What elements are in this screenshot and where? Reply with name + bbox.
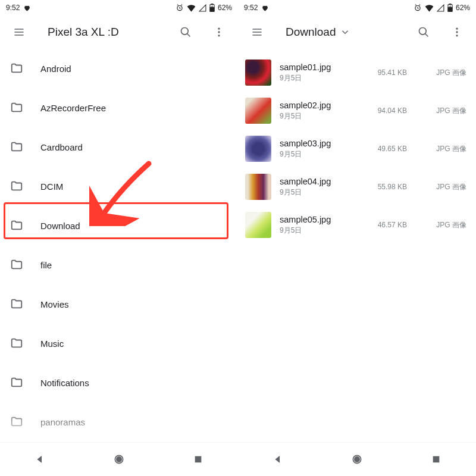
overflow-button[interactable] <box>445 20 469 44</box>
file-size: 46.57 KB <box>365 221 407 229</box>
file-name: sample05.jpg <box>280 215 357 224</box>
nav-home-button[interactable] <box>107 447 131 471</box>
search-button[interactable] <box>412 20 436 44</box>
file-info: sample04.jpg 9月5日 <box>280 177 357 198</box>
alarm-icon <box>414 4 422 12</box>
folder-row[interactable]: DCIM <box>0 167 238 206</box>
folder-label: Movies <box>40 299 69 309</box>
file-size: 55.98 KB <box>365 183 407 191</box>
search-icon <box>180 26 192 38</box>
file-size: 95.41 KB <box>365 68 407 77</box>
page-title: Pixel 3a XL :D <box>48 26 119 39</box>
file-row[interactable]: sample04.jpg 9月5日 55.98 KB JPG 画像 <box>238 168 476 206</box>
file-date: 9月5日 <box>280 73 357 83</box>
heart-icon <box>261 4 269 12</box>
status-time: 9:52 <box>6 4 20 12</box>
folder-icon <box>10 140 24 154</box>
nav-back-button[interactable] <box>266 447 290 471</box>
folder-row[interactable]: file <box>0 245 238 284</box>
folder-label: AzRecorderFree <box>40 103 106 113</box>
file-info: sample03.jpg 9月5日 <box>280 139 357 159</box>
status-time: 9:52 <box>244 4 258 12</box>
svg-rect-10 <box>195 456 202 463</box>
nav-recent-button[interactable] <box>424 447 448 471</box>
svg-point-6 <box>218 31 220 33</box>
file-row[interactable]: sample01.jpg 9月5日 95.41 KB JPG 画像 <box>238 54 476 92</box>
file-thumbnail <box>245 98 271 124</box>
folder-row[interactable]: Notifications <box>0 363 238 402</box>
file-row[interactable]: sample02.jpg 9月5日 94.04 KB JPG 画像 <box>238 92 476 130</box>
svg-point-4 <box>181 28 189 35</box>
file-thumbnail <box>245 212 271 238</box>
hamburger-icon <box>251 26 263 38</box>
svg-point-9 <box>117 457 121 462</box>
file-list[interactable]: sample01.jpg 9月5日 95.41 KB JPG 画像 sample… <box>238 49 476 244</box>
folder-label: Notifications <box>40 378 89 388</box>
svg-rect-21 <box>433 456 440 463</box>
more-vert-icon <box>451 26 463 38</box>
folder-icon <box>10 101 24 115</box>
svg-rect-2 <box>211 4 213 4</box>
nav-bar <box>0 443 238 476</box>
right-screen: 9:52 62% Download <box>238 0 476 476</box>
file-size: 49.65 KB <box>365 145 407 153</box>
page-title: Download <box>286 26 336 39</box>
svg-point-20 <box>355 457 359 462</box>
file-type: JPG 画像 <box>415 106 469 116</box>
folder-row[interactable]: Cardboard <box>0 127 238 167</box>
folder-row[interactable]: Music <box>0 324 238 363</box>
file-type: JPG 画像 <box>415 68 469 78</box>
app-bar: Download <box>238 15 476 49</box>
file-info: sample02.jpg 9月5日 <box>280 101 357 121</box>
folder-icon <box>10 415 24 429</box>
file-name: sample03.jpg <box>280 139 357 148</box>
folder-label: file <box>40 260 52 270</box>
svg-point-5 <box>218 28 220 30</box>
hamburger-icon <box>13 26 25 38</box>
battery-icon <box>447 4 453 12</box>
search-button[interactable] <box>174 20 198 44</box>
nav-back-button[interactable] <box>28 447 52 471</box>
status-battery-pct: 62% <box>218 4 232 12</box>
folder-row[interactable]: Movies <box>0 284 238 324</box>
page-title-dropdown[interactable]: Download <box>286 26 350 39</box>
battery-icon <box>209 4 215 12</box>
nav-bar <box>238 443 476 476</box>
folder-icon <box>10 336 24 350</box>
folder-row[interactable]: Download <box>0 206 238 245</box>
menu-button[interactable] <box>7 20 31 44</box>
file-date: 9月5日 <box>280 226 357 236</box>
folder-row[interactable]: Android <box>0 49 238 88</box>
file-date: 9月5日 <box>280 111 357 121</box>
folder-row[interactable]: AzRecorderFree <box>0 88 238 127</box>
folder-label: Android <box>40 64 71 74</box>
file-info: sample01.jpg 9月5日 <box>280 62 357 83</box>
file-date: 9月5日 <box>280 187 357 198</box>
nav-recent-button[interactable] <box>186 447 210 471</box>
wifi-icon <box>187 4 196 12</box>
svg-point-17 <box>456 31 458 33</box>
search-icon <box>418 26 430 38</box>
svg-point-7 <box>218 35 220 36</box>
signal-icon <box>437 4 444 12</box>
file-thumbnail <box>245 136 271 162</box>
alarm-icon <box>176 4 184 12</box>
folder-label: Music <box>40 339 64 349</box>
file-date: 9月5日 <box>280 149 357 159</box>
folder-icon <box>10 218 24 233</box>
overflow-button[interactable] <box>207 20 231 44</box>
file-thumbnail <box>245 60 271 86</box>
heart-icon <box>23 4 31 12</box>
file-row[interactable]: sample03.jpg 9月5日 49.65 KB JPG 画像 <box>238 130 476 168</box>
nav-home-button[interactable] <box>345 447 369 471</box>
status-bar: 9:52 62% <box>0 0 238 15</box>
folder-label: panoramas <box>40 417 85 427</box>
menu-button[interactable] <box>245 20 269 44</box>
signal-icon <box>199 4 206 12</box>
folder-row[interactable]: panoramas <box>0 402 238 441</box>
file-type: JPG 画像 <box>415 182 469 192</box>
folder-list[interactable]: Android AzRecorderFree Cardboard DCIM Do… <box>0 49 238 476</box>
folder-icon <box>10 258 24 272</box>
file-row[interactable]: sample05.jpg 9月5日 46.57 KB JPG 画像 <box>238 206 476 244</box>
folder-label: Cardboard <box>40 142 83 152</box>
